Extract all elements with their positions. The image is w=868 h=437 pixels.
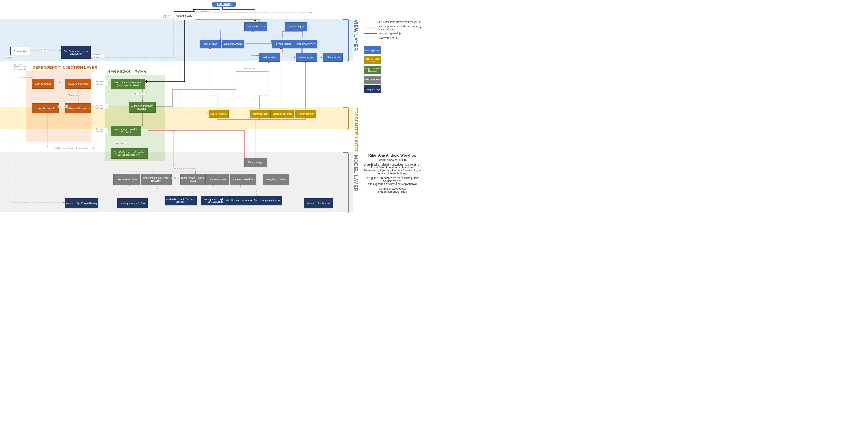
node-ribot-adapter: RibotAdapter (323, 53, 343, 62)
label-inj-link-1: Injection init link (96, 81, 107, 85)
node-android-application: android....Application (304, 198, 333, 208)
node-otto-bus: com.squareup.otto.Bus (117, 198, 148, 208)
node-launcher-activity: LauncherActivity (244, 22, 267, 31)
node-activity-defined: "An Activity defined in View Layer" (61, 46, 91, 59)
label-module-1: "Module" (54, 81, 64, 83)
info-desc: A guide which visually describes incorpo… (364, 163, 421, 175)
info-tw: Twitter: @michael_tigas (378, 190, 407, 193)
app-start-pill: (APP START) (212, 2, 236, 7)
label-inj-link-4: Injection init link (163, 14, 175, 19)
label-start-service-2: "Start Service" (242, 67, 256, 70)
bracket-presenter (343, 107, 349, 130)
label-inj-link-0: Injection init link (92, 54, 104, 58)
node-application-module: ApplicationModule (32, 103, 59, 113)
label-inner-class: Inner Class (114, 142, 126, 144)
label-used-by: Used By (170, 177, 180, 179)
services-layer-title: SERVICES LAYER (107, 69, 147, 74)
node-application-component: ApplicationComponent (65, 103, 91, 113)
node-auto-checkin-service: AutoCheckInService (Service) (129, 102, 156, 113)
node-shared-preferences: android.content.SharedPreferences (230, 196, 258, 205)
node-team-fragment: TeamFragment (296, 53, 317, 62)
model-layer-title: MODEL LAYER (353, 155, 359, 192)
node-boot-completed-receiver: BootCompletedReceiver (BroadcastReceiver… (111, 79, 145, 89)
label-inj-link-3: Injection init link (96, 128, 107, 133)
node-checkin-presenter: CheckInPresenter (271, 110, 294, 118)
node-preferences-helper: PreferencesHelper (230, 174, 256, 185)
node-venues-adaptor: VenuesAdaptor (284, 22, 307, 31)
label-module-2: "Module" (58, 105, 68, 108)
node-appcompat-activity: android....AppCompatActivity (65, 198, 98, 208)
bracket-view (343, 19, 349, 62)
node-database-helper: DatabaseHelper (205, 174, 229, 185)
view-layer-title: VIEW LAYER (353, 20, 359, 51)
info-panel: Ribot App Android Workflow Rev.0 - Updat… (364, 152, 421, 195)
swatch-data: Data Layer class (364, 76, 381, 84)
node-main-activity: MainActivity (259, 53, 280, 62)
node-google-auth-helper: GoogleAuthHelper (263, 174, 289, 185)
node-data-manager: DataManager (244, 157, 267, 167)
node-checkin-activity: CheckInActivity (272, 40, 294, 48)
legend-green: Service-Triggered (378, 32, 398, 35)
info-rev: Rev.0 - Updated: 5/9/16 (364, 158, 421, 162)
label-dependency: "Dependency" (68, 94, 83, 96)
presenter-layer-title: PRESENTER LAYER (353, 107, 359, 152)
node-signin-activity: SignInActivity (199, 40, 221, 48)
info-gh: github.com/teeeeeegz (379, 187, 406, 190)
node-activity-module: ActivityModule (32, 79, 54, 89)
bracket-model (343, 152, 349, 213)
node-sync-on-connection: SyncOnConnectionAvailable (BroadcastRece… (111, 148, 148, 159)
node-beacons-sync-service: BeaconsSyncService (Service) (111, 125, 141, 136)
legend: Inject Requests directly via package Inj… (364, 19, 422, 95)
label-init-model: Initialise Model Layer Components (54, 147, 89, 149)
label-init-activity: Initialise Activity Layer Components (13, 63, 29, 70)
label-inj-link-2: Injection init link (96, 104, 107, 109)
node-grid-recycler-view: GridRecyclerView (294, 40, 317, 48)
swatch-library: Library Package (364, 85, 381, 93)
legend-blue: View Workflow (378, 36, 395, 39)
node-base-activity: BaseActivity (10, 47, 30, 55)
node-event-poster-helper: EventPosterHelper (114, 174, 140, 185)
diagram-canvas: VIEW LAYER PRESENTER LAYER MODEL LAYER D… (0, 0, 424, 217)
info-proj-line: This guide is modelled off the following… (366, 177, 420, 183)
legend-red: Inject Requests into and from "Data Mana… (378, 25, 418, 30)
node-activity-component: ActivityComponent (65, 79, 91, 89)
node-account-manager: android.accounts.Account Manager (164, 196, 196, 205)
di-layer-title: DEPENDENCY INJECTION LAYER (33, 65, 97, 69)
label-start-service-1: "Start Service" (132, 93, 148, 95)
swatch-presenter: Presenter Layer class (364, 56, 381, 64)
label-extends-1: extends (41, 48, 50, 51)
swatch-view: View Layer class (364, 46, 381, 54)
info-title: Ribot App Android Workflow (364, 153, 421, 157)
node-main-presenter: MainPresenter (250, 110, 270, 118)
node-ribot-application: RibotApplication (174, 11, 195, 20)
node-unauthorised-interceptor: UnauthorisedInterceptor (Inteceptor) (141, 174, 172, 185)
info-proj-url: https://github.com/ribot/ribot-app-andro… (368, 183, 417, 185)
node-ribot-service: RibotService (Retrofit class) (180, 174, 205, 185)
node-welcome-activity: WelcomeActivity (221, 40, 244, 48)
swatch-service: Project Service/ Receiver (364, 66, 381, 74)
label-extends-3: extends (5, 56, 13, 58)
node-signin-presenter: SignInPresenter (209, 110, 228, 118)
legend-orange: Inject Requests directly via package (378, 21, 417, 23)
node-gson: com.google.GSON (258, 196, 282, 205)
label-extends-2: extends (201, 10, 210, 13)
node-team-presenter: TeamPresenter (295, 110, 316, 118)
